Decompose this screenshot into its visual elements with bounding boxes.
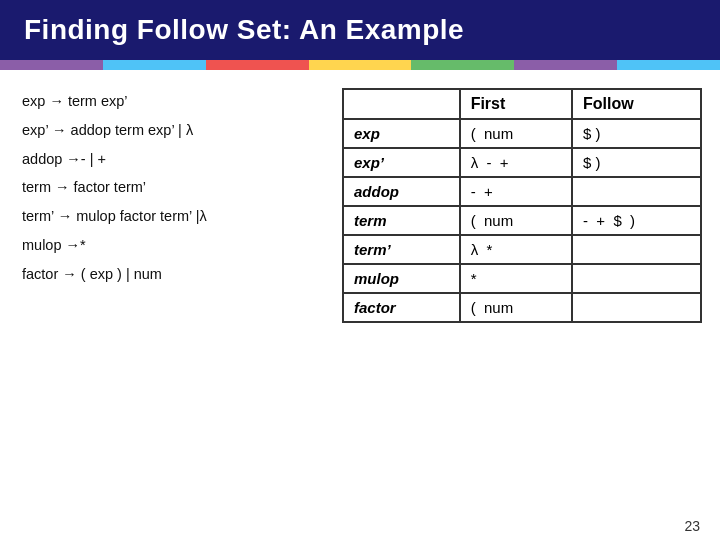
rule-factor: factor → ( exp ) | num	[22, 261, 322, 288]
table-row: term’ λ *	[343, 235, 701, 264]
row-symbol-exp: exp	[343, 119, 460, 148]
grammar-rules: exp → term exp’ exp’ → addop term exp’ |…	[22, 88, 322, 504]
table-row: mulop *	[343, 264, 701, 293]
table-section: First Follow exp ( num $ ) exp’ λ - + $ …	[342, 88, 702, 504]
strip-4	[309, 60, 412, 70]
rule-term: term → factor term’	[22, 174, 322, 201]
rule-addop: addop →- | +	[22, 146, 322, 173]
col-first: First	[460, 89, 572, 119]
row-follow-addop	[572, 177, 701, 206]
row-first-factor: ( num	[460, 293, 572, 322]
rule-exp: exp → term exp’	[22, 88, 322, 115]
slide: Finding Follow Set: An Example exp → ter…	[0, 0, 720, 540]
row-follow-factor	[572, 293, 701, 322]
strip-7	[617, 60, 720, 70]
table-row: exp ( num $ )	[343, 119, 701, 148]
strip-1	[0, 60, 103, 70]
page-number: 23	[0, 514, 720, 540]
strip-6	[514, 60, 617, 70]
row-symbol-term: term	[343, 206, 460, 235]
strip-2	[103, 60, 206, 70]
col-follow: Follow	[572, 89, 701, 119]
row-follow-mulop	[572, 264, 701, 293]
rule-termprime: term’ → mulop factor term’ |λ	[22, 203, 322, 230]
table-row: term ( num - + $ )	[343, 206, 701, 235]
row-follow-exp: $ )	[572, 119, 701, 148]
row-follow-termprime	[572, 235, 701, 264]
table-row: addop - +	[343, 177, 701, 206]
row-symbol-expprime: exp’	[343, 148, 460, 177]
row-follow-expprime: $ )	[572, 148, 701, 177]
row-first-term: ( num	[460, 206, 572, 235]
rule-expprime: exp’ → addop term exp’ | λ	[22, 117, 322, 144]
row-follow-term: - + $ )	[572, 206, 701, 235]
row-symbol-mulop: mulop	[343, 264, 460, 293]
row-symbol-factor: factor	[343, 293, 460, 322]
row-first-termprime: λ *	[460, 235, 572, 264]
row-first-expprime: λ - +	[460, 148, 572, 177]
color-strip	[0, 60, 720, 70]
table-row: exp’ λ - + $ )	[343, 148, 701, 177]
row-symbol-termprime: term’	[343, 235, 460, 264]
follow-set-table: First Follow exp ( num $ ) exp’ λ - + $ …	[342, 88, 702, 323]
row-symbol-addop: addop	[343, 177, 460, 206]
rule-mulop: mulop →*	[22, 232, 322, 259]
col-symbol	[343, 89, 460, 119]
strip-5	[411, 60, 514, 70]
main-content: exp → term exp’ exp’ → addop term exp’ |…	[0, 70, 720, 514]
slide-title: Finding Follow Set: An Example	[0, 0, 720, 60]
row-first-mulop: *	[460, 264, 572, 293]
strip-3	[206, 60, 309, 70]
row-first-exp: ( num	[460, 119, 572, 148]
table-row: factor ( num	[343, 293, 701, 322]
row-first-addop: - +	[460, 177, 572, 206]
